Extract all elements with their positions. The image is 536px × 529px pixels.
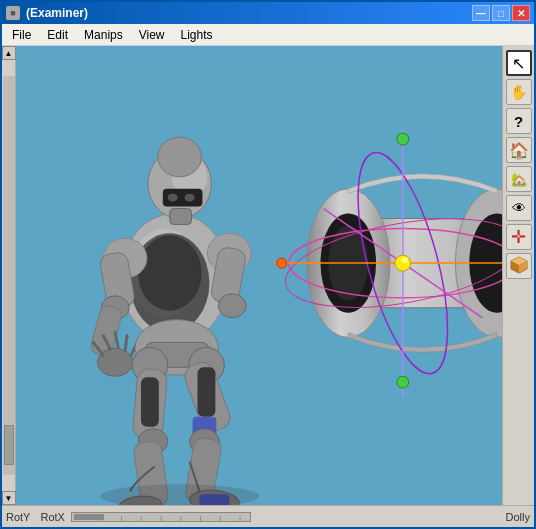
scroll-track-left bbox=[3, 76, 15, 475]
svg-point-54 bbox=[395, 255, 411, 271]
pan-tool-button[interactable]: ✋ bbox=[506, 79, 532, 105]
scroll-thumb-left[interactable] bbox=[4, 425, 14, 465]
rotx-slider[interactable] bbox=[71, 512, 251, 522]
question-icon: ? bbox=[514, 113, 523, 130]
rotate-tool-button[interactable]: ✛ bbox=[506, 224, 532, 250]
rotx-slider-thumb bbox=[74, 514, 104, 520]
scroll-down-button[interactable]: ▼ bbox=[2, 491, 16, 505]
home-icon: 🏠 bbox=[509, 141, 529, 160]
dolly-label: Dolly bbox=[506, 511, 530, 523]
window-controls: — □ ✕ bbox=[472, 5, 530, 21]
svg-point-56 bbox=[397, 133, 409, 145]
menu-edit[interactable]: Edit bbox=[39, 26, 76, 44]
menu-bar: File Edit Manips View Lights bbox=[2, 24, 534, 46]
svg-rect-35 bbox=[198, 367, 216, 417]
main-window: ■ (Examiner) — □ ✕ File Edit Manips View… bbox=[0, 0, 536, 529]
left-scrollbar: ▲ ▼ bbox=[2, 46, 16, 505]
svg-point-10 bbox=[158, 137, 202, 177]
minimize-button[interactable]: — bbox=[472, 5, 490, 21]
svg-rect-29 bbox=[141, 377, 159, 427]
maximize-button[interactable]: □ bbox=[492, 5, 510, 21]
window-icon: ■ bbox=[6, 6, 20, 20]
svg-point-59 bbox=[277, 258, 287, 268]
viewport-3d[interactable] bbox=[16, 46, 502, 505]
svg-point-4 bbox=[138, 235, 201, 310]
svg-point-8 bbox=[168, 194, 178, 202]
svg-line-20 bbox=[125, 336, 127, 351]
eye-icon: 👁 bbox=[512, 200, 526, 216]
fit-all-button[interactable]: 🏡 bbox=[506, 166, 532, 192]
cube-tool-button[interactable] bbox=[506, 253, 532, 279]
title-bar: ■ (Examiner) — □ ✕ bbox=[2, 2, 534, 24]
arrow-icon: ↖ bbox=[512, 54, 525, 73]
svg-point-9 bbox=[185, 194, 195, 202]
svg-rect-11 bbox=[170, 209, 192, 225]
scroll-up-button[interactable]: ▲ bbox=[2, 46, 16, 60]
svg-point-55 bbox=[402, 257, 408, 263]
close-button[interactable]: ✕ bbox=[512, 5, 530, 21]
main-content: ▲ ▼ bbox=[2, 46, 534, 505]
svg-point-24 bbox=[218, 294, 246, 318]
status-bar: RotY RotX Dolly bbox=[2, 505, 534, 527]
crosshair-icon: ✛ bbox=[511, 226, 526, 248]
menu-file[interactable]: File bbox=[4, 26, 39, 44]
menu-lights[interactable]: Lights bbox=[173, 26, 221, 44]
right-toolbar: ↖ ✋ ? 🏠 🏡 👁 ✛ bbox=[502, 46, 534, 505]
scene-svg bbox=[16, 46, 502, 505]
hand-icon: ✋ bbox=[510, 84, 527, 100]
roty-label: RotY bbox=[6, 511, 30, 523]
rotx-label: RotX bbox=[40, 511, 64, 523]
house-small-icon: 🏡 bbox=[511, 172, 527, 187]
help-tool-button[interactable]: ? bbox=[506, 108, 532, 134]
cube-icon bbox=[509, 255, 529, 278]
home-tool-button[interactable]: 🏠 bbox=[506, 137, 532, 163]
select-tool-button[interactable]: ↖ bbox=[506, 50, 532, 76]
menu-view[interactable]: View bbox=[131, 26, 173, 44]
menu-manips[interactable]: Manips bbox=[76, 26, 131, 44]
svg-point-57 bbox=[397, 376, 409, 388]
perspective-button[interactable]: 👁 bbox=[506, 195, 532, 221]
window-title: (Examiner) bbox=[26, 6, 472, 20]
